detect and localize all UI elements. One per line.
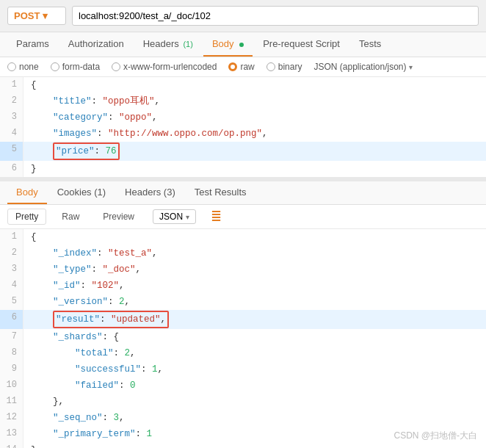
body-raw-label: raw: [240, 62, 254, 72]
resp-line-2: 2 "_index": "test_a",: [0, 245, 486, 261]
format-icon[interactable]: ≣: [211, 209, 222, 225]
resp-raw-btn[interactable]: Raw: [54, 209, 87, 225]
resp-tab-cookies[interactable]: Cookies (1): [48, 181, 115, 204]
body-dot: [239, 43, 244, 47]
body-type-raw[interactable]: raw: [228, 62, 254, 72]
tab-headers[interactable]: Headers (1): [134, 32, 202, 57]
json-format-label[interactable]: JSON (application/json) ▾: [313, 62, 412, 72]
body-none-label: none: [19, 62, 39, 72]
resp-line-1: 1 {: [0, 229, 486, 245]
body-type-formdata[interactable]: form-data: [51, 62, 100, 72]
resp-line-11: 11 },: [0, 394, 486, 410]
tab-params[interactable]: Params: [7, 32, 58, 57]
resp-json-select[interactable]: JSON ▾: [153, 209, 196, 224]
json-format-arrow: ▾: [409, 63, 413, 71]
url-bar: POST ▾: [0, 0, 486, 32]
response-code-editor: 1 { 2 "_index": "test_a", 3 "_type": "_d…: [0, 229, 486, 448]
req-line-6: 6 }: [0, 161, 486, 177]
req-line-2: 2 "title": "oppo耳机",: [0, 93, 486, 109]
body-binary-label: binary: [278, 62, 302, 72]
resp-line-12: 12 "_seq_no": 3,: [0, 410, 486, 426]
body-urlencoded-label: x-www-form-urlencoded: [123, 62, 217, 72]
req-line-1: 1 {: [0, 77, 486, 93]
body-formdata-label: form-data: [62, 62, 100, 72]
resp-line-14: 14 }: [0, 442, 486, 448]
method-dropdown-arrow: ▾: [43, 10, 48, 21]
resp-line-5: 5 "_version": 2,: [0, 294, 486, 310]
tab-authorization[interactable]: Authorization: [59, 32, 133, 57]
url-input[interactable]: [72, 6, 479, 26]
resp-line-6: 6 "result": "updated",: [0, 310, 486, 329]
resp-tab-body[interactable]: Body: [7, 181, 47, 204]
tab-body[interactable]: Body: [203, 32, 253, 57]
method-select[interactable]: POST ▾: [7, 7, 66, 25]
request-code-editor[interactable]: 1 { 2 "title": "oppo耳机", 3 "category": "…: [0, 77, 486, 181]
resp-line-8: 8 "total": 2,: [0, 345, 486, 361]
req-line-3: 3 "category": "oppo",: [0, 109, 486, 126]
resp-pretty-btn[interactable]: Pretty: [7, 209, 46, 225]
watermark: CSDN @扫地僧-大白: [393, 430, 477, 442]
resp-line-9: 9 "successful": 1,: [0, 361, 486, 377]
headers-badge: (1): [183, 40, 192, 48]
resp-line-7: 7 "_shards": {: [0, 329, 486, 345]
req-line-5: 5 "price": 76: [0, 142, 486, 161]
method-label: POST: [14, 10, 40, 21]
resp-tab-headers[interactable]: Headers (3): [116, 181, 184, 204]
body-type-binary[interactable]: binary: [266, 62, 302, 72]
resp-line-4: 4 "_id": "102",: [0, 278, 486, 294]
resp-type-row: Pretty Raw Preview JSON ▾ ≣: [0, 205, 486, 229]
body-type-none[interactable]: none: [7, 62, 39, 72]
radio-formdata: [51, 62, 59, 71]
body-type-urlencoded[interactable]: x-www-form-urlencoded: [112, 62, 217, 72]
body-type-row: none form-data x-www-form-urlencoded raw…: [0, 57, 486, 77]
resp-line-10: 10 "failed": 0: [0, 377, 486, 394]
tab-tests[interactable]: Tests: [350, 32, 390, 57]
radio-urlencoded: [112, 62, 120, 71]
resp-json-label: JSON: [159, 212, 183, 222]
resp-json-arrow: ▾: [186, 213, 189, 221]
json-format-text: JSON (application/json): [313, 62, 406, 72]
req-line-4: 4 "images": "http://www.oppo.com/op.png"…: [0, 126, 486, 142]
radio-raw: [228, 62, 237, 71]
response-tabs-row: Body Cookies (1) Headers (3) Test Result…: [0, 181, 486, 205]
resp-line-3: 3 "_type": "_doc",: [0, 261, 486, 278]
resp-preview-btn[interactable]: Preview: [95, 209, 142, 225]
radio-none: [7, 62, 16, 71]
tab-prerequest[interactable]: Pre-request Script: [254, 32, 349, 57]
radio-binary: [266, 62, 275, 71]
request-tabs-row: Params Authorization Headers (1) Body Pr…: [0, 32, 486, 57]
resp-tab-testresults[interactable]: Test Results: [186, 181, 255, 204]
